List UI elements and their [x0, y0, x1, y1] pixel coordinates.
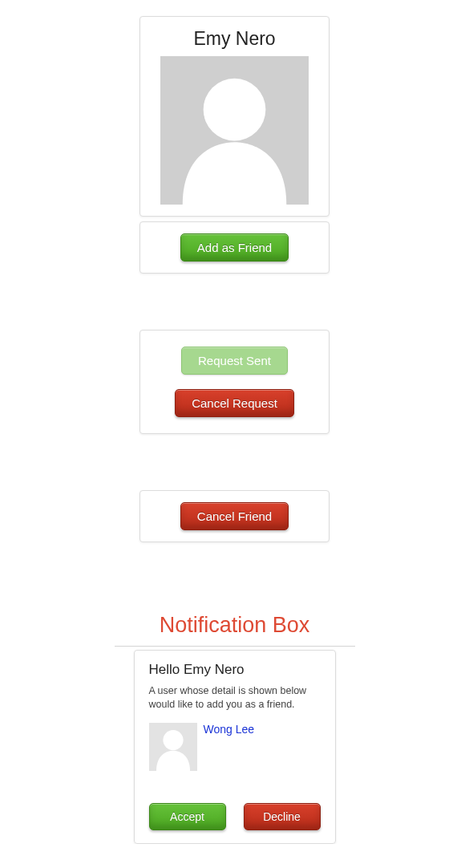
- svg-point-1: [204, 79, 266, 141]
- notification-detail: A user whose detail is shown below would…: [149, 684, 321, 712]
- profile-name: Emy Nero: [193, 28, 275, 50]
- requester-row: Wong Lee: [149, 723, 321, 771]
- add-friend-button[interactable]: Add as Friend: [180, 233, 289, 262]
- cancel-friend-panel: Cancel Friend: [139, 490, 330, 542]
- notification-actions: Accept Decline: [149, 803, 321, 830]
- requester-name-link[interactable]: Wong Lee: [204, 723, 255, 736]
- accept-button[interactable]: Accept: [149, 803, 226, 830]
- requester-avatar: [149, 723, 197, 771]
- add-friend-panel: Add as Friend: [139, 221, 330, 274]
- cancel-friend-button[interactable]: Cancel Friend: [180, 502, 289, 530]
- request-sent-panel: Request Sent Cancel Request: [139, 330, 330, 434]
- request-sent-button: Request Sent: [181, 347, 288, 375]
- cancel-request-button[interactable]: Cancel Request: [175, 389, 294, 417]
- profile-card: Emy Nero: [139, 16, 330, 217]
- notification-title: Notification Box: [115, 613, 355, 647]
- notification-card: Hello Emy Nero A user whose detail is sh…: [134, 650, 336, 844]
- notification-section: Notification Box Hello Emy Nero A user w…: [115, 613, 355, 844]
- decline-button[interactable]: Decline: [244, 803, 321, 830]
- avatar: [160, 56, 309, 205]
- notification-greeting: Hello Emy Nero: [149, 662, 321, 678]
- person-icon: [160, 56, 309, 205]
- person-icon: [149, 723, 197, 771]
- svg-point-3: [163, 730, 183, 750]
